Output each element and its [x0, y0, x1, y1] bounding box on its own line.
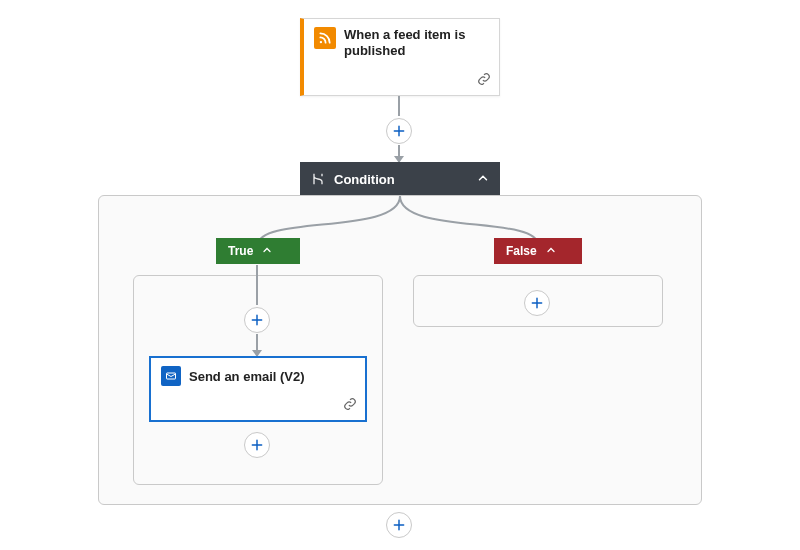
connector-line	[398, 96, 400, 116]
flow-canvas: When a feed item is published Condition	[0, 0, 800, 550]
branch-true-label: True	[228, 244, 253, 258]
connector-arrow	[398, 145, 400, 162]
outlook-icon	[161, 366, 181, 386]
add-step-button[interactable]	[386, 118, 412, 144]
condition-header[interactable]: Condition	[300, 162, 500, 196]
connector-line	[256, 265, 258, 305]
condition-title: Condition	[334, 172, 476, 187]
link-icon	[343, 397, 357, 415]
chevron-up-icon	[261, 244, 273, 259]
rss-icon	[314, 27, 336, 49]
add-step-button[interactable]	[524, 290, 550, 316]
chevron-up-icon	[476, 171, 490, 188]
connector-arrow	[256, 334, 258, 356]
add-step-button[interactable]	[244, 432, 270, 458]
link-icon	[477, 72, 491, 90]
trigger-card[interactable]: When a feed item is published	[300, 18, 500, 96]
svg-point-0	[320, 41, 322, 43]
condition-icon	[310, 171, 326, 187]
add-step-button[interactable]	[386, 512, 412, 538]
branch-false-header[interactable]: False	[494, 238, 582, 264]
add-step-button[interactable]	[244, 307, 270, 333]
branch-true-header[interactable]: True	[216, 238, 300, 264]
action-card-send-email[interactable]: Send an email (V2)	[149, 356, 367, 422]
branch-false-label: False	[506, 244, 537, 258]
trigger-title: When a feed item is published	[344, 27, 489, 60]
action-title: Send an email (V2)	[189, 369, 305, 384]
chevron-up-icon	[545, 244, 557, 259]
